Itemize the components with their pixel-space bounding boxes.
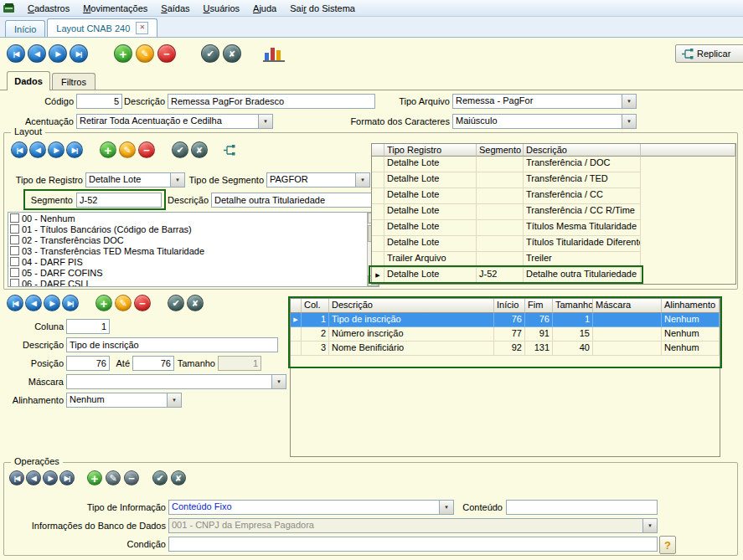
menu-item[interactable]: Saídas <box>154 2 196 15</box>
segmento-descricao-input[interactable] <box>211 193 379 208</box>
segment-options-listbox[interactable]: 00 - Nenhum01 - Títulos Bancários (Códig… <box>8 212 379 287</box>
checkbox-list-item[interactable]: 05 - DARF COFINS <box>8 267 367 278</box>
tipo-arquivo-select[interactable]: Remessa - PagFor ▼ <box>452 94 637 109</box>
tab-filtros[interactable]: Filtros <box>52 73 95 90</box>
add-button[interactable]: + <box>95 295 112 311</box>
menu-item[interactable]: Ajuda <box>246 2 283 15</box>
nav-last-button[interactable]: ▶| <box>66 141 83 158</box>
table-row[interactable]: 2Número inscrição779115Nenhum <box>291 327 720 342</box>
checkbox[interactable] <box>10 213 19 223</box>
checkbox-list-item[interactable]: 01 - Títulos Bancários (Código de Barras… <box>8 223 367 234</box>
alinhamento-select[interactable]: Nenhum ▼ <box>66 393 182 408</box>
chart-button[interactable] <box>263 45 285 62</box>
column-header[interactable]: Descrição <box>524 144 641 157</box>
edit-button[interactable]: ✎ <box>115 295 132 311</box>
segmento-input[interactable] <box>76 193 162 208</box>
confirm-button[interactable]: ✔ <box>172 141 188 158</box>
cancel-button[interactable]: ✘ <box>191 141 208 158</box>
nav-next-button[interactable]: ▶ <box>48 141 64 158</box>
column-header[interactable]: Segmento <box>477 144 524 157</box>
formato-caracteres-select[interactable]: Maiúsculo ▼ <box>452 114 637 129</box>
add-button[interactable]: + <box>100 141 116 158</box>
table-row[interactable]: Detalhe LoteTransferência / TED <box>372 172 641 188</box>
nav-last-button[interactable]: ▶| <box>70 44 88 63</box>
posicao-input[interactable] <box>66 356 110 371</box>
column-header[interactable]: Início <box>494 299 525 313</box>
delete-button[interactable]: − <box>138 141 155 158</box>
help-button[interactable]: ? <box>659 536 676 554</box>
add-button[interactable]: + <box>114 44 132 63</box>
tipo-informacao-select[interactable]: Conteúdo Fixo ▼ <box>168 500 454 515</box>
checkbox-list-item[interactable]: 02 - Transferências DOC <box>8 234 367 245</box>
menu-item[interactable]: Usuários <box>197 2 246 15</box>
confirm-button[interactable]: ✔ <box>168 295 184 311</box>
edit-button[interactable]: ✎ <box>136 44 154 63</box>
table-row[interactable]: Detalhe LoteTítulos Mesma Titularidade <box>372 220 641 236</box>
checkbox[interactable] <box>10 257 19 266</box>
column-header[interactable]: Descrição <box>329 299 494 313</box>
fields-grid[interactable]: Col.DescriçãoInícioFimTamanhoMáscaraAlin… <box>290 298 720 457</box>
tab-close-icon[interactable]: ✕ <box>136 22 148 34</box>
nav-first-button[interactable]: |◀ <box>7 295 23 311</box>
condicao-input[interactable] <box>168 537 658 552</box>
confirm-button[interactable]: ✔ <box>152 470 168 486</box>
checkbox[interactable] <box>10 279 19 286</box>
nav-first-button[interactable]: |◀ <box>7 44 25 63</box>
delete-button[interactable]: − <box>134 295 151 311</box>
checkbox[interactable] <box>10 268 19 277</box>
nav-last-button[interactable]: ▶| <box>59 470 75 486</box>
mascara-select[interactable]: ▼ <box>66 374 286 389</box>
nav-next-button[interactable]: ▶ <box>49 44 67 63</box>
ate-input[interactable] <box>132 356 174 371</box>
cancel-button[interactable]: ✘ <box>187 295 204 311</box>
coluna-input[interactable] <box>66 319 110 334</box>
checkbox[interactable] <box>10 235 19 244</box>
window-tab[interactable]: Início <box>5 20 45 37</box>
edit-button[interactable]: ✎ <box>119 141 136 158</box>
replicar-button[interactable]: Replicar <box>675 44 743 63</box>
menu-item[interactable]: Cadastros <box>21 2 76 15</box>
column-header[interactable]: Alinhamento <box>662 299 720 313</box>
acentuacao-select[interactable]: Retirar Toda Acentuação e Cedilha ▼ <box>76 114 273 129</box>
table-row[interactable]: Detalhe LoteTransferência / DOC <box>372 157 641 172</box>
layout-grid[interactable]: Tipo RegistroSegmentoDescrição Detalhe L… <box>371 143 736 285</box>
menu-item[interactable]: Sair do Sistema <box>283 2 362 15</box>
table-row[interactable]: Trailer ArquivoTreiler <box>372 252 641 268</box>
nav-prev-button[interactable]: ◀ <box>28 44 46 63</box>
nav-first-button[interactable]: |◀ <box>9 470 24 486</box>
column-header[interactable]: Col. <box>302 299 329 313</box>
checkbox[interactable] <box>10 224 19 234</box>
table-row[interactable]: ▶1Tipo de inscrição76761Nenhum <box>291 313 720 327</box>
nav-prev-button[interactable]: ◀ <box>25 295 42 311</box>
tipo-segmento-select[interactable]: PAGFOR ▼ <box>266 172 370 188</box>
tipo-registro-select[interactable]: Detalhe Lote ▼ <box>85 172 185 188</box>
nav-prev-button[interactable]: ◀ <box>29 141 46 158</box>
campo-descricao-input[interactable] <box>66 337 278 352</box>
table-row[interactable]: 3Nome Benificiário9213140Nenhum <box>291 342 720 356</box>
add-button[interactable]: + <box>87 470 102 486</box>
nav-prev-button[interactable]: ◀ <box>26 470 41 486</box>
edit-button[interactable]: ✎ <box>106 470 121 486</box>
descricao-input[interactable] <box>168 94 375 109</box>
delete-button[interactable]: − <box>157 44 176 63</box>
confirm-button[interactable]: ✔ <box>201 44 219 63</box>
checkbox-list-item[interactable]: 03 - Transferências TED Mesma Titularida… <box>8 245 367 256</box>
column-header[interactable]: Máscara <box>593 299 662 313</box>
window-tab[interactable]: Layout CNAB 240✕ <box>47 18 157 37</box>
conteudo-input[interactable] <box>506 500 658 515</box>
nav-first-button[interactable]: |◀ <box>11 141 28 158</box>
table-row[interactable]: Detalhe LoteTransferência / CC <box>372 188 641 204</box>
nav-last-button[interactable]: ▶| <box>62 295 79 311</box>
delete-button[interactable]: − <box>124 470 139 486</box>
checkbox-list-item[interactable]: 00 - Nenhum <box>8 213 367 223</box>
menu-item[interactable]: Movimentações <box>76 2 154 15</box>
column-header[interactable]: Tipo Registro <box>384 144 477 157</box>
column-header[interactable]: Tamanho <box>553 299 593 313</box>
checkbox-list-item[interactable]: 06 - DARF CSLL <box>8 278 367 286</box>
codigo-input[interactable] <box>76 94 122 109</box>
replicate-segment-button[interactable] <box>219 141 239 158</box>
checkbox[interactable] <box>10 246 19 255</box>
nav-next-button[interactable]: ▶ <box>43 470 58 486</box>
cancel-button[interactable]: ✘ <box>171 470 186 486</box>
table-row[interactable]: Detalhe LoteTítulos Titularidade Diferen… <box>372 236 641 252</box>
